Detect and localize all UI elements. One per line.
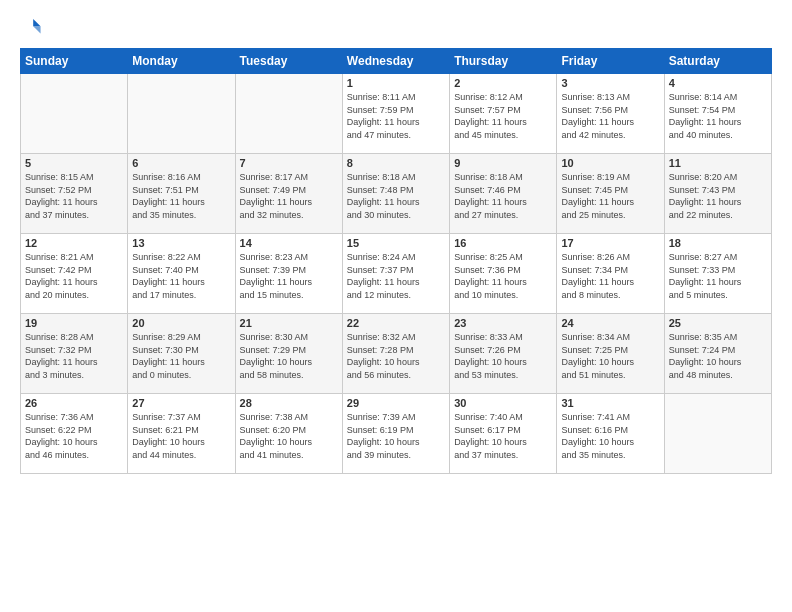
day-info: Sunrise: 8:18 AM Sunset: 7:46 PM Dayligh… xyxy=(454,171,552,221)
day-info: Sunrise: 8:19 AM Sunset: 7:45 PM Dayligh… xyxy=(561,171,659,221)
week-row-4: 19Sunrise: 8:28 AM Sunset: 7:32 PM Dayli… xyxy=(21,314,772,394)
col-header-wednesday: Wednesday xyxy=(342,49,449,74)
day-info: Sunrise: 8:29 AM Sunset: 7:30 PM Dayligh… xyxy=(132,331,230,381)
day-cell: 21Sunrise: 8:30 AM Sunset: 7:29 PM Dayli… xyxy=(235,314,342,394)
day-cell: 7Sunrise: 8:17 AM Sunset: 7:49 PM Daylig… xyxy=(235,154,342,234)
day-number: 3 xyxy=(561,77,659,89)
day-number: 14 xyxy=(240,237,338,249)
day-info: Sunrise: 7:40 AM Sunset: 6:17 PM Dayligh… xyxy=(454,411,552,461)
day-info: Sunrise: 8:32 AM Sunset: 7:28 PM Dayligh… xyxy=(347,331,445,381)
header xyxy=(20,16,772,38)
day-info: Sunrise: 8:17 AM Sunset: 7:49 PM Dayligh… xyxy=(240,171,338,221)
day-number: 1 xyxy=(347,77,445,89)
day-number: 30 xyxy=(454,397,552,409)
col-header-sunday: Sunday xyxy=(21,49,128,74)
day-number: 29 xyxy=(347,397,445,409)
day-cell: 29Sunrise: 7:39 AM Sunset: 6:19 PM Dayli… xyxy=(342,394,449,474)
day-cell: 24Sunrise: 8:34 AM Sunset: 7:25 PM Dayli… xyxy=(557,314,664,394)
calendar-table: SundayMondayTuesdayWednesdayThursdayFrid… xyxy=(20,48,772,474)
day-cell xyxy=(664,394,771,474)
day-info: Sunrise: 8:14 AM Sunset: 7:54 PM Dayligh… xyxy=(669,91,767,141)
day-number: 11 xyxy=(669,157,767,169)
day-cell: 9Sunrise: 8:18 AM Sunset: 7:46 PM Daylig… xyxy=(450,154,557,234)
day-cell: 19Sunrise: 8:28 AM Sunset: 7:32 PM Dayli… xyxy=(21,314,128,394)
day-cell: 17Sunrise: 8:26 AM Sunset: 7:34 PM Dayli… xyxy=(557,234,664,314)
day-info: Sunrise: 8:16 AM Sunset: 7:51 PM Dayligh… xyxy=(132,171,230,221)
day-number: 7 xyxy=(240,157,338,169)
day-cell xyxy=(235,74,342,154)
day-number: 13 xyxy=(132,237,230,249)
day-info: Sunrise: 8:34 AM Sunset: 7:25 PM Dayligh… xyxy=(561,331,659,381)
col-header-saturday: Saturday xyxy=(664,49,771,74)
day-cell: 1Sunrise: 8:11 AM Sunset: 7:59 PM Daylig… xyxy=(342,74,449,154)
day-cell: 5Sunrise: 8:15 AM Sunset: 7:52 PM Daylig… xyxy=(21,154,128,234)
day-number: 24 xyxy=(561,317,659,329)
svg-marker-1 xyxy=(33,26,40,33)
day-info: Sunrise: 8:18 AM Sunset: 7:48 PM Dayligh… xyxy=(347,171,445,221)
day-info: Sunrise: 7:41 AM Sunset: 6:16 PM Dayligh… xyxy=(561,411,659,461)
logo xyxy=(20,16,44,38)
day-number: 9 xyxy=(454,157,552,169)
day-info: Sunrise: 8:20 AM Sunset: 7:43 PM Dayligh… xyxy=(669,171,767,221)
day-cell: 18Sunrise: 8:27 AM Sunset: 7:33 PM Dayli… xyxy=(664,234,771,314)
day-number: 21 xyxy=(240,317,338,329)
day-cell: 12Sunrise: 8:21 AM Sunset: 7:42 PM Dayli… xyxy=(21,234,128,314)
day-number: 15 xyxy=(347,237,445,249)
day-cell: 26Sunrise: 7:36 AM Sunset: 6:22 PM Dayli… xyxy=(21,394,128,474)
day-cell: 13Sunrise: 8:22 AM Sunset: 7:40 PM Dayli… xyxy=(128,234,235,314)
day-number: 4 xyxy=(669,77,767,89)
day-number: 2 xyxy=(454,77,552,89)
day-cell: 25Sunrise: 8:35 AM Sunset: 7:24 PM Dayli… xyxy=(664,314,771,394)
day-info: Sunrise: 8:30 AM Sunset: 7:29 PM Dayligh… xyxy=(240,331,338,381)
week-row-2: 5Sunrise: 8:15 AM Sunset: 7:52 PM Daylig… xyxy=(21,154,772,234)
day-number: 18 xyxy=(669,237,767,249)
day-number: 10 xyxy=(561,157,659,169)
day-cell: 14Sunrise: 8:23 AM Sunset: 7:39 PM Dayli… xyxy=(235,234,342,314)
day-number: 12 xyxy=(25,237,123,249)
week-row-5: 26Sunrise: 7:36 AM Sunset: 6:22 PM Dayli… xyxy=(21,394,772,474)
day-number: 22 xyxy=(347,317,445,329)
day-number: 26 xyxy=(25,397,123,409)
col-header-tuesday: Tuesday xyxy=(235,49,342,74)
day-number: 8 xyxy=(347,157,445,169)
day-cell: 8Sunrise: 8:18 AM Sunset: 7:48 PM Daylig… xyxy=(342,154,449,234)
day-info: Sunrise: 8:12 AM Sunset: 7:57 PM Dayligh… xyxy=(454,91,552,141)
day-cell: 10Sunrise: 8:19 AM Sunset: 7:45 PM Dayli… xyxy=(557,154,664,234)
svg-marker-0 xyxy=(33,19,40,26)
day-number: 6 xyxy=(132,157,230,169)
day-cell: 4Sunrise: 8:14 AM Sunset: 7:54 PM Daylig… xyxy=(664,74,771,154)
day-info: Sunrise: 8:33 AM Sunset: 7:26 PM Dayligh… xyxy=(454,331,552,381)
header-row: SundayMondayTuesdayWednesdayThursdayFrid… xyxy=(21,49,772,74)
day-number: 19 xyxy=(25,317,123,329)
day-number: 20 xyxy=(132,317,230,329)
day-info: Sunrise: 8:24 AM Sunset: 7:37 PM Dayligh… xyxy=(347,251,445,301)
logo-icon xyxy=(20,16,42,38)
day-info: Sunrise: 8:15 AM Sunset: 7:52 PM Dayligh… xyxy=(25,171,123,221)
day-info: Sunrise: 8:28 AM Sunset: 7:32 PM Dayligh… xyxy=(25,331,123,381)
page: SundayMondayTuesdayWednesdayThursdayFrid… xyxy=(0,0,792,612)
day-info: Sunrise: 8:21 AM Sunset: 7:42 PM Dayligh… xyxy=(25,251,123,301)
col-header-monday: Monday xyxy=(128,49,235,74)
day-cell: 31Sunrise: 7:41 AM Sunset: 6:16 PM Dayli… xyxy=(557,394,664,474)
day-cell: 20Sunrise: 8:29 AM Sunset: 7:30 PM Dayli… xyxy=(128,314,235,394)
week-row-1: 1Sunrise: 8:11 AM Sunset: 7:59 PM Daylig… xyxy=(21,74,772,154)
day-info: Sunrise: 8:25 AM Sunset: 7:36 PM Dayligh… xyxy=(454,251,552,301)
day-info: Sunrise: 8:23 AM Sunset: 7:39 PM Dayligh… xyxy=(240,251,338,301)
day-cell xyxy=(21,74,128,154)
day-cell: 23Sunrise: 8:33 AM Sunset: 7:26 PM Dayli… xyxy=(450,314,557,394)
day-info: Sunrise: 8:13 AM Sunset: 7:56 PM Dayligh… xyxy=(561,91,659,141)
day-info: Sunrise: 8:22 AM Sunset: 7:40 PM Dayligh… xyxy=(132,251,230,301)
day-number: 23 xyxy=(454,317,552,329)
day-info: Sunrise: 8:11 AM Sunset: 7:59 PM Dayligh… xyxy=(347,91,445,141)
day-cell: 30Sunrise: 7:40 AM Sunset: 6:17 PM Dayli… xyxy=(450,394,557,474)
week-row-3: 12Sunrise: 8:21 AM Sunset: 7:42 PM Dayli… xyxy=(21,234,772,314)
day-cell: 16Sunrise: 8:25 AM Sunset: 7:36 PM Dayli… xyxy=(450,234,557,314)
day-number: 28 xyxy=(240,397,338,409)
day-info: Sunrise: 8:26 AM Sunset: 7:34 PM Dayligh… xyxy=(561,251,659,301)
day-cell xyxy=(128,74,235,154)
day-number: 5 xyxy=(25,157,123,169)
day-cell: 11Sunrise: 8:20 AM Sunset: 7:43 PM Dayli… xyxy=(664,154,771,234)
day-number: 16 xyxy=(454,237,552,249)
day-number: 17 xyxy=(561,237,659,249)
day-number: 31 xyxy=(561,397,659,409)
